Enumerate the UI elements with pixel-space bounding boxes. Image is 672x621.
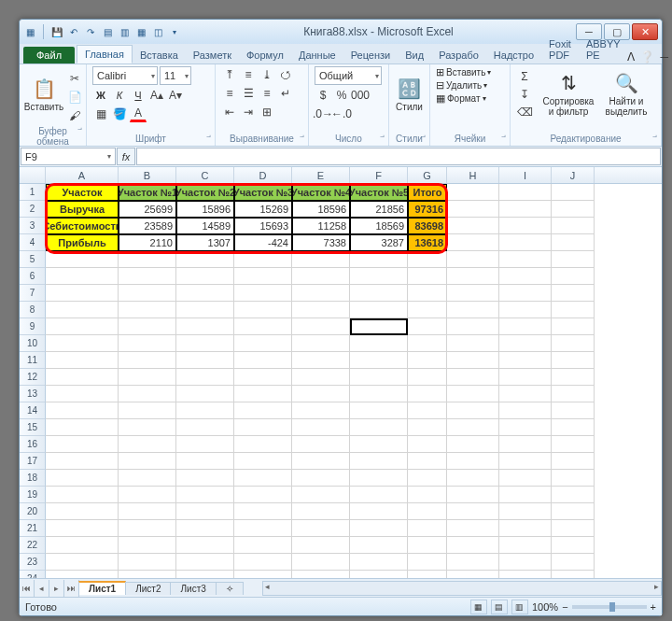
cell-F7[interactable]: [350, 285, 408, 302]
cell-J13[interactable]: [552, 386, 595, 402]
row-header-24[interactable]: 24: [20, 571, 46, 578]
cell-F1[interactable]: Участок №5: [350, 184, 408, 201]
align-left-button[interactable]: ≡: [221, 85, 238, 102]
cell-G22[interactable]: [408, 537, 447, 554]
cell-F20[interactable]: [350, 503, 408, 520]
cell-F16[interactable]: [350, 436, 408, 453]
cell-J15[interactable]: [552, 419, 595, 436]
font-color-button[interactable]: A: [130, 106, 147, 122]
row-header-3[interactable]: 3: [20, 218, 46, 234]
cell-J3[interactable]: [552, 218, 595, 234]
cell-D7[interactable]: [234, 285, 292, 302]
cell-I21[interactable]: [499, 520, 552, 537]
cell-E1[interactable]: Участок №4: [292, 184, 350, 201]
cell-G17[interactable]: [408, 453, 447, 470]
cell-B11[interactable]: [119, 352, 176, 369]
cell-H15[interactable]: [447, 419, 499, 436]
cell-E17[interactable]: [292, 453, 350, 470]
cell-E4[interactable]: 7338: [292, 234, 350, 251]
cell-A5[interactable]: [46, 251, 119, 268]
cell-G15[interactable]: [408, 419, 447, 436]
cell-H23[interactable]: [447, 554, 499, 571]
cell-F4[interactable]: 3287: [350, 234, 408, 251]
cell-B3[interactable]: 23589: [119, 218, 176, 234]
row-header-7[interactable]: 7: [20, 285, 46, 302]
pagelayout-view-button[interactable]: ▤: [491, 600, 508, 614]
cell-I8[interactable]: [499, 302, 552, 318]
cell-I23[interactable]: [499, 554, 552, 571]
tab-abbyy[interactable]: ABBYY PE: [579, 35, 628, 64]
qat-more-3[interactable]: ▦: [134, 25, 147, 38]
row-header-18[interactable]: 18: [20, 470, 46, 487]
cell-E19[interactable]: [292, 487, 350, 503]
increase-indent-button[interactable]: ⇥: [240, 104, 257, 120]
cell-G20[interactable]: [408, 503, 447, 520]
cell-B19[interactable]: [119, 487, 176, 503]
cell-E13[interactable]: [292, 386, 350, 402]
cell-I13[interactable]: [499, 386, 552, 402]
cell-C20[interactable]: [176, 503, 234, 520]
cell-A20[interactable]: [46, 503, 119, 520]
column-header-C[interactable]: C: [176, 167, 234, 183]
cell-E2[interactable]: 18596: [292, 201, 350, 218]
cell-J17[interactable]: [552, 453, 595, 470]
tab-data[interactable]: Данные: [291, 47, 343, 64]
cell-E20[interactable]: [292, 503, 350, 520]
undo-icon[interactable]: ↶: [67, 25, 80, 38]
cell-D15[interactable]: [234, 419, 292, 436]
cell-J9[interactable]: [552, 318, 595, 335]
sheet-nav-first[interactable]: ⏮: [20, 580, 35, 597]
cell-D3[interactable]: 15693: [234, 218, 292, 234]
column-header-I[interactable]: I: [499, 167, 552, 183]
cell-B16[interactable]: [119, 436, 176, 453]
cell-A18[interactable]: [46, 470, 119, 487]
cell-C1[interactable]: Участок №2: [176, 184, 234, 201]
currency-button[interactable]: $: [315, 87, 331, 104]
cell-B4[interactable]: 2110: [119, 234, 176, 251]
cell-I12[interactable]: [499, 369, 552, 386]
cell-G10[interactable]: [408, 335, 447, 352]
cell-E6[interactable]: [292, 268, 350, 285]
cell-F9[interactable]: [350, 318, 408, 335]
cell-A23[interactable]: [46, 554, 119, 571]
cell-B18[interactable]: [119, 470, 176, 487]
cell-G18[interactable]: [408, 470, 447, 487]
cell-H13[interactable]: [447, 386, 499, 402]
cell-H16[interactable]: [447, 436, 499, 453]
comma-button[interactable]: 000: [352, 87, 369, 104]
row-header-12[interactable]: 12: [20, 369, 46, 386]
redo-icon[interactable]: ↷: [84, 25, 97, 38]
tab-review[interactable]: Рецензи: [343, 47, 399, 64]
cell-H11[interactable]: [447, 352, 499, 369]
help-icon[interactable]: ❔: [640, 50, 654, 64]
cell-A22[interactable]: [46, 537, 119, 554]
align-bottom-button[interactable]: ⤓: [259, 66, 275, 83]
cell-D10[interactable]: [234, 335, 292, 352]
tab-layout[interactable]: Разметк: [186, 47, 239, 64]
cell-C2[interactable]: 15896: [176, 201, 234, 218]
cell-B13[interactable]: [119, 386, 176, 402]
bold-button[interactable]: Ж: [92, 87, 109, 104]
cell-G8[interactable]: [408, 302, 447, 318]
cell-F13[interactable]: [350, 386, 408, 402]
cell-F2[interactable]: 21856: [350, 201, 408, 218]
name-box[interactable]: F9: [21, 148, 116, 165]
row-header-17[interactable]: 17: [20, 453, 46, 470]
tab-view[interactable]: Вид: [398, 47, 431, 64]
formula-input[interactable]: [136, 148, 661, 165]
paste-button[interactable]: 📋 Вставить: [25, 66, 63, 122]
row-header-10[interactable]: 10: [20, 335, 46, 352]
cell-H17[interactable]: [447, 453, 499, 470]
zoom-slider[interactable]: [572, 605, 647, 609]
row-header-20[interactable]: 20: [20, 503, 46, 520]
cell-E7[interactable]: [292, 285, 350, 302]
cell-E14[interactable]: [292, 402, 350, 419]
styles-button[interactable]: 🔠 Стили: [395, 66, 424, 122]
fill-button[interactable]: ↧: [516, 86, 533, 103]
cell-E23[interactable]: [292, 554, 350, 571]
cell-A11[interactable]: [46, 352, 119, 369]
cell-C17[interactable]: [176, 453, 234, 470]
delete-cells-button[interactable]: ⊟Удалить ▾: [436, 79, 487, 92]
cell-B22[interactable]: [119, 537, 176, 554]
cell-B14[interactable]: [119, 402, 176, 419]
